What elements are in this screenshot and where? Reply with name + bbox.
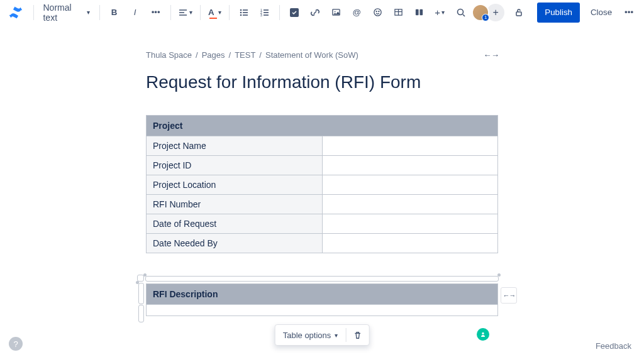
chevron-down-icon: ▾: [218, 9, 221, 16]
svg-point-3: [240, 9, 242, 11]
breadcrumb-pages[interactable]: Pages: [202, 50, 225, 60]
link-button[interactable]: [305, 3, 325, 23]
row-label[interactable]: Project ID: [147, 156, 323, 175]
svg-point-20: [379, 11, 379, 12]
breadcrumb-row: Thula Space / Pages / TEST / Statement o…: [146, 50, 498, 60]
insert-dropdown[interactable]: + ▾: [430, 3, 450, 23]
separator: [99, 5, 100, 20]
svg-rect-28: [516, 12, 521, 16]
page-title[interactable]: Request for Information (RFI) Form: [146, 72, 498, 92]
breadcrumb: Thula Space / Pages / TEST / Statement o…: [146, 50, 358, 60]
chevron-down-icon: ▾: [441, 9, 445, 16]
svg-rect-7: [243, 12, 248, 13]
table-row[interactable]: [147, 305, 498, 316]
emoji-button[interactable]: [367, 3, 387, 23]
row-label[interactable]: Date Needed By: [147, 234, 323, 253]
user-avatar[interactable]: 1: [472, 4, 489, 21]
row-value[interactable]: [322, 234, 498, 253]
more-actions-button[interactable]: •••: [619, 3, 639, 23]
avatar-group: 1 +: [472, 4, 504, 21]
chevron-down-icon: ▾: [87, 9, 90, 16]
row-label[interactable]: Date of Request: [147, 214, 323, 234]
table-insert-dot[interactable]: [143, 273, 147, 277]
svg-line-27: [463, 14, 465, 16]
text-style-label: Normal text: [43, 3, 82, 23]
table-floating-toolbar: Table options ▾: [275, 324, 370, 346]
separator: [229, 5, 230, 20]
table-insert-dot[interactable]: [136, 281, 139, 284]
svg-point-18: [374, 9, 381, 16]
table-row[interactable]: Project Name: [147, 136, 498, 156]
invite-button[interactable]: +: [487, 4, 504, 21]
align-dropdown[interactable]: ▾: [175, 3, 196, 23]
table-button[interactable]: [388, 3, 408, 23]
bullet-list-button[interactable]: [234, 3, 254, 23]
separator: [200, 5, 201, 20]
restrictions-button[interactable]: [509, 3, 529, 23]
separator: [279, 5, 280, 20]
layouts-button[interactable]: [409, 3, 429, 23]
text-color-dropdown[interactable]: A ▾: [204, 3, 225, 23]
table-row[interactable]: Date Needed By: [147, 234, 498, 253]
confluence-logo-icon[interactable]: [9, 5, 23, 20]
text-style-dropdown[interactable]: Normal text ▾: [38, 3, 94, 23]
svg-rect-8: [243, 14, 248, 16]
rfi-table-header[interactable]: RFI Description: [147, 284, 498, 305]
content-scroll-area[interactable]: Thula Space / Pages / TEST / Statement o…: [0, 25, 644, 362]
more-formatting-button[interactable]: •••: [146, 3, 166, 23]
help-button[interactable]: ?: [9, 337, 23, 351]
table-width-toggle[interactable]: ← →: [501, 287, 517, 304]
table-row[interactable]: Date of Request: [147, 214, 498, 234]
close-button[interactable]: Close: [584, 3, 618, 23]
row-value[interactable]: [147, 305, 498, 316]
chevron-down-icon: ▾: [335, 332, 338, 339]
mention-button[interactable]: @: [347, 3, 367, 23]
italic-button[interactable]: I: [125, 3, 145, 23]
find-replace-button[interactable]: [451, 3, 471, 23]
breadcrumb-parent[interactable]: TEST: [235, 50, 255, 60]
row-value[interactable]: [322, 136, 498, 156]
action-item-button[interactable]: [284, 3, 304, 23]
presence-indicator[interactable]: [477, 328, 489, 341]
row-value[interactable]: [322, 175, 498, 195]
row-label[interactable]: Project Name: [147, 136, 323, 156]
svg-rect-12: [264, 9, 269, 11]
selected-table-wrap: RFI Description ← →: [146, 283, 498, 316]
feedback-link[interactable]: Feedback: [596, 341, 631, 351]
page-width-toggle[interactable]: ← →: [483, 50, 498, 60]
table-column-handle[interactable]: [145, 276, 499, 282]
bold-button[interactable]: B: [104, 3, 125, 23]
svg-rect-13: [264, 12, 269, 13]
table-options-dropdown[interactable]: Table options ▾: [275, 325, 346, 345]
table-row-handle[interactable]: [138, 305, 144, 322]
page-content: Thula Space / Pages / TEST / Statement o…: [77, 25, 567, 362]
table-row-handle[interactable]: [138, 283, 144, 304]
row-label[interactable]: RFI Number: [147, 195, 323, 214]
table-delete-button[interactable]: [346, 325, 369, 345]
row-value[interactable]: [322, 214, 498, 234]
table-row[interactable]: RFI Number: [147, 195, 498, 214]
separator: [33, 5, 34, 20]
numbered-list-button[interactable]: 123: [255, 3, 275, 23]
svg-point-26: [458, 9, 464, 14]
table-insert-dot[interactable]: [497, 273, 501, 277]
svg-text:3: 3: [260, 13, 262, 17]
row-value[interactable]: [322, 156, 498, 175]
project-table[interactable]: Project Project Name Project ID Project …: [146, 115, 498, 253]
separator: [170, 5, 171, 20]
publish-button[interactable]: Publish: [537, 3, 580, 23]
row-label[interactable]: Project Location: [147, 175, 323, 195]
chevron-down-icon: ▾: [189, 9, 192, 16]
breadcrumb-current[interactable]: Statement of Work (SoW): [265, 50, 358, 60]
row-value[interactable]: [322, 195, 498, 214]
svg-point-19: [376, 11, 377, 12]
table-row[interactable]: Project Location: [147, 175, 498, 195]
image-button[interactable]: [326, 3, 346, 23]
rfi-description-table[interactable]: RFI Description: [146, 283, 498, 316]
breadcrumb-space[interactable]: Thula Space: [146, 50, 192, 60]
table-row[interactable]: Project ID: [147, 156, 498, 175]
svg-point-5: [240, 14, 242, 16]
svg-rect-25: [419, 9, 423, 15]
project-table-header[interactable]: Project: [147, 116, 498, 136]
svg-rect-24: [416, 9, 419, 15]
